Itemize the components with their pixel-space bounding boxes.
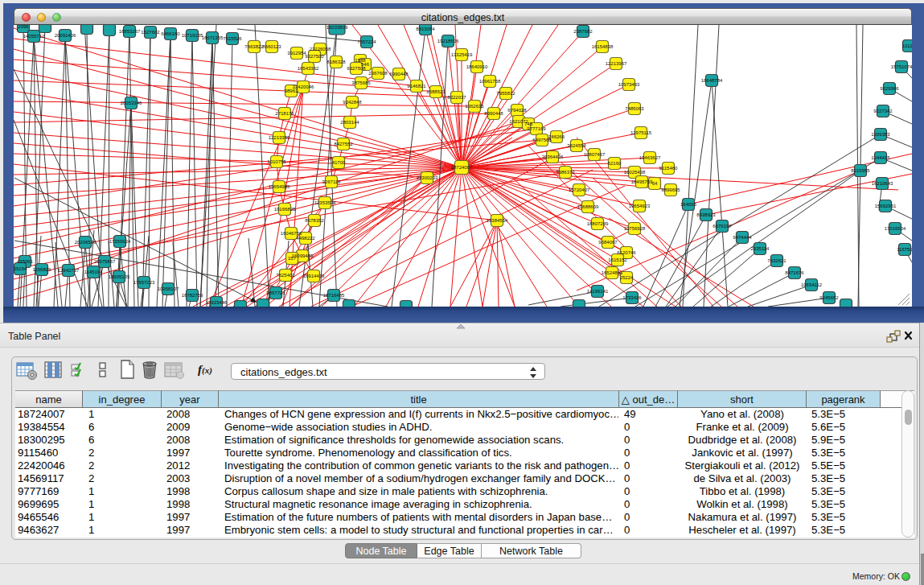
svg-text:17359924: 17359924 (109, 239, 131, 244)
svg-text:20206536: 20206536 (75, 240, 97, 245)
svg-text:2387682: 2387682 (573, 29, 593, 34)
svg-text:12975115: 12975115 (630, 130, 652, 135)
svg-text:10961758: 10961758 (479, 79, 501, 84)
svg-text:10756928: 10756928 (624, 226, 646, 231)
svg-text:23300203: 23300203 (417, 175, 438, 180)
svg-text:7632621: 7632621 (767, 258, 786, 263)
svg-text:19654923: 19654923 (629, 204, 651, 208)
svg-text:1362615: 1362615 (465, 104, 484, 109)
svg-text:8660123: 8660123 (262, 44, 281, 49)
svg-text:7955812: 7955812 (496, 91, 515, 96)
svg-text:6679197: 6679197 (713, 224, 732, 229)
svg-text:6466160: 6466160 (161, 31, 180, 36)
svg-text:12923446: 12923446 (206, 300, 228, 305)
svg-text:9245652: 9245652 (819, 295, 839, 300)
svg-text:16543362: 16543362 (298, 66, 319, 71)
svg-text:8471676: 8471676 (785, 270, 804, 275)
svg-text:12942737: 12942737 (58, 268, 80, 273)
svg-text:25224: 25224 (620, 275, 634, 280)
svg-text:2718176: 2718176 (275, 111, 294, 116)
svg-text:2803144: 2803144 (340, 120, 359, 125)
svg-text:10807467: 10807467 (584, 152, 606, 157)
svg-text:20364436: 20364436 (542, 154, 564, 159)
svg-text:14196141: 14196141 (587, 289, 609, 294)
svg-text:1145194: 1145194 (84, 270, 104, 274)
svg-text:10025438: 10025438 (624, 170, 646, 175)
svg-text:7625402: 7625402 (276, 273, 295, 278)
svg-text:7557224: 7557224 (357, 39, 376, 44)
svg-text:15720407: 15720407 (569, 187, 590, 192)
svg-text:10973493: 10973493 (618, 82, 640, 87)
svg-text:17957223: 17957223 (133, 280, 155, 285)
svg-text:6120746: 6120746 (617, 250, 636, 255)
svg-text:18495759: 18495759 (631, 179, 653, 184)
svg-text:29975867: 29975867 (94, 259, 116, 264)
svg-text:1527602: 1527602 (141, 30, 160, 35)
svg-text:18640910: 18640910 (466, 64, 488, 69)
svg-text:12213369: 12213369 (269, 135, 290, 140)
svg-text:18724007: 18724007 (451, 165, 473, 170)
svg-text:435061: 435061 (17, 259, 34, 264)
svg-text:20691406: 20691406 (55, 33, 76, 38)
svg-text:19166825: 19166825 (274, 207, 296, 212)
svg-text:6990448: 6990448 (389, 72, 409, 76)
svg-text:16914479: 16914479 (303, 274, 325, 278)
svg-text:8427552: 8427552 (334, 142, 353, 146)
svg-text:116753: 116753 (897, 247, 912, 252)
svg-text:64: 64 (652, 181, 658, 186)
svg-text:62160: 62160 (608, 161, 622, 166)
svg-text:164095: 164095 (680, 202, 697, 207)
svg-text:23226058: 23226058 (310, 47, 331, 51)
svg-text:16853267: 16853267 (119, 29, 141, 34)
svg-text:16671355: 16671355 (202, 35, 224, 40)
svg-text:12353594: 12353594 (314, 200, 336, 205)
svg-text:3267110: 3267110 (322, 179, 342, 184)
svg-text:9327508: 9327508 (347, 66, 366, 71)
svg-text:1733426: 1733426 (622, 295, 642, 300)
svg-text:7986372: 7986372 (556, 170, 575, 175)
svg-text:8186328: 8186328 (326, 60, 346, 64)
svg-text:8990448: 8990448 (484, 111, 503, 116)
svg-text:2935114: 2935114 (751, 246, 770, 251)
svg-text:7485063: 7485063 (625, 106, 644, 111)
svg-text:10688609: 10688609 (577, 204, 599, 209)
svg-text:17016504: 17016504 (885, 226, 906, 231)
svg-text:19384554: 19384554 (487, 218, 508, 223)
svg-text:8322037: 8322037 (447, 95, 466, 100)
svg-text:7515526: 7515526 (223, 36, 242, 41)
svg-text:3624554: 3624554 (567, 143, 586, 148)
svg-text:6794028: 6794028 (507, 108, 527, 113)
svg-text:12905135: 12905135 (109, 274, 130, 279)
svg-text:1156829: 1156829 (33, 267, 52, 272)
svg-text:10958107: 10958107 (158, 286, 179, 291)
svg-text:12213967: 12213967 (606, 61, 627, 66)
svg-text:8813054: 8813054 (416, 27, 435, 31)
svg-text:8678352: 8678352 (305, 218, 324, 223)
svg-text:9329966: 9329966 (880, 86, 899, 91)
svg-text:1615152: 1615152 (608, 257, 627, 262)
svg-text:20053346: 20053346 (121, 101, 142, 105)
svg-text:39154: 39154 (14, 266, 27, 271)
svg-text:10719155: 10719155 (182, 33, 203, 38)
svg-text:19218506: 19218506 (437, 39, 459, 43)
svg-text:8938923: 8938923 (696, 212, 716, 217)
svg-text:11123: 11123 (902, 43, 912, 48)
svg-text:1588520: 1588520 (426, 89, 446, 94)
svg-text:41700: 41700 (332, 160, 346, 165)
svg-text:14055712: 14055712 (23, 34, 45, 39)
svg-text:15692951: 15692951 (875, 204, 897, 208)
svg-text:9327500: 9327500 (305, 54, 324, 59)
svg-text:15751074: 15751074 (891, 64, 912, 69)
svg-text:9146821: 9146821 (407, 84, 426, 89)
svg-text:1209383: 1209383 (871, 132, 890, 137)
svg-text:1010755: 1010755 (267, 159, 286, 164)
svg-text:9227342: 9227342 (873, 109, 893, 113)
svg-text:98961: 98961 (285, 89, 298, 93)
svg-text:19654985: 19654985 (269, 184, 290, 189)
svg-text:16154838: 16154838 (592, 44, 614, 49)
svg-text:15716485: 15716485 (323, 293, 345, 298)
svg-text:3875685: 3875685 (351, 80, 371, 85)
svg-text:2367608: 2367608 (368, 71, 388, 76)
svg-text:9115460: 9115460 (659, 166, 679, 171)
svg-text:9777169: 9777169 (527, 126, 546, 131)
